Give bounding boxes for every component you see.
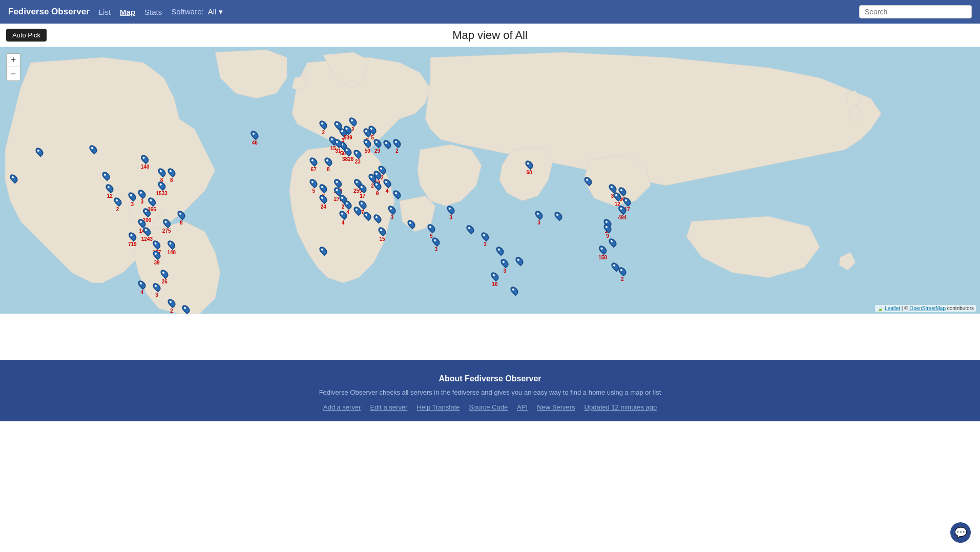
map-pin-iran-pin[interactable] <box>408 219 414 229</box>
map-pin-china2-pin[interactable] <box>555 211 561 220</box>
footer-link-edit-server[interactable]: Edit a server <box>370 403 407 411</box>
map-pin-canada-west-pin[interactable] <box>90 145 96 154</box>
map-pin-us-texas-pin[interactable]: 1243 <box>141 227 153 242</box>
map-pin-russia4-pin[interactable]: 4 <box>384 178 390 194</box>
map-pin-russia1-pin[interactable]: 2 <box>394 138 400 154</box>
pin-label: 5 <box>371 135 374 140</box>
map-pin-latvia-pin[interactable] <box>384 139 390 149</box>
dropdown-icon[interactable]: ▾ <box>219 7 223 16</box>
nav-map[interactable]: Map <box>120 8 135 16</box>
map-pin-baltics-pin[interactable]: 50 <box>364 138 370 154</box>
map-pin-srilanka-pin[interactable] <box>511 286 517 295</box>
zoom-in-button[interactable]: + <box>7 54 20 67</box>
map-pin-colombia-pin[interactable]: 2 <box>169 298 175 314</box>
footer-link-help-translate[interactable]: Help Translate <box>416 403 460 411</box>
map-container[interactable]: + − 123314088200215331661412432758719157… <box>0 47 980 314</box>
map-pin-west-coast-pin[interactable] <box>11 174 17 183</box>
map-pin-us-ca2-pin[interactable]: 2 <box>115 197 121 212</box>
map-pin-centralamerica-pin[interactable]: 3 <box>154 282 160 298</box>
map-pin-india-pin[interactable]: 3 <box>482 232 488 247</box>
pin-label: 8 <box>170 177 173 183</box>
footer-link-add-server[interactable]: Add a server <box>323 403 361 411</box>
map-pin-seasia2-pin[interactable] <box>610 238 616 247</box>
map-pin-middleeast3-pin[interactable]: 3 <box>433 237 439 252</box>
map-pin-turkey2-pin[interactable] <box>364 211 370 220</box>
map-pin-france-pin[interactable]: 67 <box>310 157 317 172</box>
map-pin-india3-pin[interactable]: 3 <box>502 258 508 274</box>
leaflet-link[interactable]: Leaflet <box>885 305 900 311</box>
map-pin-middleeast-pin[interactable]: 15 <box>379 227 385 242</box>
map-pin-us-east2-pin[interactable]: 8 <box>178 210 184 226</box>
pin-label: 3 <box>131 201 134 207</box>
map-pin-italy2-pin[interactable]: 24 <box>320 194 326 210</box>
nav-list[interactable]: List <box>99 8 111 16</box>
map-pin-poland-pin[interactable]: 23 <box>355 149 361 165</box>
map-pin-russia3-pin[interactable]: 9 <box>374 181 381 196</box>
map-pin-us-mid2-pin[interactable]: 3 <box>139 189 145 205</box>
pin-label: 31 <box>335 148 341 154</box>
zoom-out-button[interactable]: − <box>7 67 20 80</box>
map-pin-germany2-pin[interactable]: 3828 <box>342 147 353 162</box>
map-pin-africa-n-pin[interactable] <box>320 246 326 255</box>
map-pin-us-florida-pin[interactable]: 39 <box>154 250 160 265</box>
map-pin-caucasus-pin[interactable]: 3 <box>389 205 395 220</box>
map-pin-turkey-pin[interactable]: 4 <box>340 210 346 226</box>
map-pin-france2-pin[interactable]: 8 <box>325 157 331 172</box>
footer-link-api[interactable]: API <box>517 403 528 411</box>
map-pin-us-northwest-pin[interactable] <box>103 171 109 180</box>
map-pin-india2-pin[interactable] <box>497 246 503 255</box>
map-pin-uk1-pin[interactable]: 46 <box>252 130 258 146</box>
map-pin-us-mid4-pin[interactable]: 8 <box>169 168 175 183</box>
pin-label: 3828 <box>342 156 353 162</box>
auto-pick-button[interactable]: Auto Pick <box>6 29 47 42</box>
map-pin-turkey3-pin[interactable] <box>374 214 381 223</box>
footer-link-new-servers[interactable]: New Servers <box>537 403 575 411</box>
map-pin-us-east1-pin[interactable]: 275 <box>162 218 171 234</box>
map-pin-norway-pin[interactable]: 2 <box>320 120 326 135</box>
map-pin-us-north-pin[interactable]: 12 <box>107 183 113 199</box>
map-pin-spain-pin[interactable]: 5 <box>310 178 317 194</box>
map-pin-mexico2-pin[interactable]: 4 <box>139 280 145 295</box>
pin-icon <box>141 226 152 236</box>
footer-link-source-code[interactable]: Source Code <box>469 403 508 411</box>
nav-stats[interactable]: Stats <box>144 8 162 16</box>
map-pin-centralasia-pin[interactable]: 3 <box>448 205 454 220</box>
search-input[interactable] <box>859 5 972 18</box>
pin-label: 719 <box>128 241 137 247</box>
map-pin-seasia4-pin[interactable]: 9 <box>604 223 611 239</box>
map-pin-us-se2-pin[interactable]: 148 <box>167 240 176 255</box>
map-pin-siberia-pin[interactable] <box>585 176 591 186</box>
map-pin-india4-pin[interactable]: 16 <box>492 272 498 287</box>
pin-label: 275 <box>162 228 171 234</box>
map-pin-alaska-pin[interactable] <box>36 147 43 156</box>
pin-label: 3 <box>155 292 158 298</box>
map-pin-japan4-pin[interactable]: 494 <box>618 205 627 220</box>
map-pin-germany-pin[interactable]: 31 <box>335 138 341 154</box>
map-pin-russia5-pin[interactable] <box>394 190 400 199</box>
osm-link[interactable]: OpenStreetMap <box>909 305 946 311</box>
map-pin-sweden2-pin[interactable]: 509 <box>344 125 352 140</box>
map-pin-us-plains-pin[interactable]: 166 <box>148 197 156 212</box>
map-pin-china-pin[interactable]: 3 <box>536 210 542 226</box>
pin-label: 158 <box>598 255 607 260</box>
map-pin-australia-pin[interactable]: 2 <box>619 267 625 282</box>
nav-software-dropdown[interactable]: All <box>208 7 217 16</box>
footer-link-updated[interactable]: Updated 12 minutes ago <box>585 403 657 411</box>
map-pin-us-rockies-pin[interactable]: 140 <box>141 154 150 170</box>
map-pin-russia-far-pin[interactable]: 60 <box>526 160 532 175</box>
map-pin-pakistan-pin[interactable] <box>467 224 473 234</box>
map-pin-seasia3-pin[interactable]: 158 <box>598 245 607 260</box>
map-pin-us-sw2-pin[interactable]: 719 <box>128 232 137 247</box>
map-pin-europe-east2-pin[interactable]: 17 <box>360 183 366 199</box>
pin-icon <box>343 124 353 135</box>
map-pin-india5-pin[interactable] <box>516 256 523 265</box>
map-pin-mexico-pin[interactable]: 26 <box>161 269 168 284</box>
map-pin-us-central-pin[interactable]: 1533 <box>156 181 168 196</box>
map-pin-belarusbaltics-pin[interactable]: 29 <box>374 138 381 154</box>
page-title: Map view of All <box>452 29 528 42</box>
map-pin-indonesia-pin[interactable] <box>612 262 618 271</box>
pin-label: 3 <box>503 268 506 274</box>
map-pin-colombia2-pin[interactable] <box>183 304 189 314</box>
map-pin-us-mid1-pin[interactable]: 3 <box>129 192 135 207</box>
pin-label: 4 <box>342 220 345 226</box>
